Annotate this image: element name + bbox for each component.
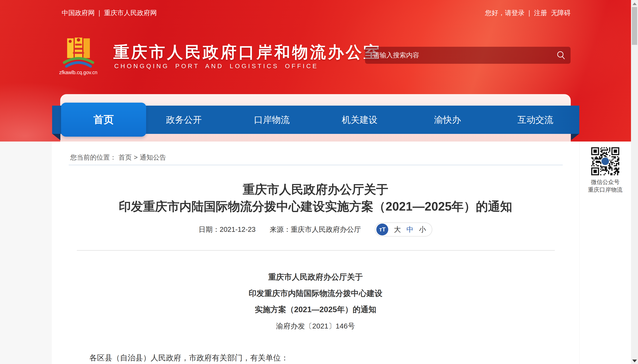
vertical-scrollbar[interactable] xyxy=(631,0,638,364)
breadcrumb-separator: > xyxy=(134,154,138,161)
font-size-controls: тT 大 中 小 xyxy=(375,222,432,236)
article-meta: 日期：2021-12-23 来源：重庆市人民政府办公厅 тT 大 中 小 xyxy=(52,222,579,236)
page-title-line2: 印发重庆市内陆国际物流分拨中心建设实施方案（2021—2025年）的通知 xyxy=(52,198,579,215)
source-value: 重庆市人民政府办公厅 xyxy=(291,226,361,233)
site-subtitle: CHONGQING PORT AND LOGISTICS OFFICE xyxy=(114,63,318,70)
ribbon-fold-left xyxy=(52,134,60,140)
page: 中国政府网 | 重庆市人民政府网 您好，请登录 | 注册 无障碍 zfkawlb… xyxy=(0,0,638,364)
nav-item-home-active[interactable]: 首页 xyxy=(61,103,146,137)
page-title-line1: 重庆市人民政府办公厅关于 xyxy=(52,181,579,198)
site-logo-icon xyxy=(60,32,97,70)
scrollbar-down-arrow-icon[interactable] xyxy=(632,360,637,362)
article-date: 日期：2021-12-23 xyxy=(199,225,256,234)
font-size-large-button[interactable]: 大 xyxy=(394,225,401,234)
topbar-divider: | xyxy=(99,9,100,17)
accessibility-link[interactable]: 无障碍 xyxy=(551,8,571,18)
document-heading-line2: 印发重庆市内陆国际物流分拨中心建设 xyxy=(52,286,579,302)
font-size-icon[interactable]: тT xyxy=(376,224,388,236)
topbar-divider: | xyxy=(528,9,530,17)
qr-caption: 微信公众号 重庆口岸物流 xyxy=(579,178,631,194)
source-label: 来源： xyxy=(270,226,291,233)
breadcrumb-label: 您当前的位置： xyxy=(70,153,116,162)
right-sidebar: 微信公众号 重庆口岸物流 xyxy=(579,142,631,364)
font-size-medium-button[interactable]: 中 xyxy=(406,225,413,234)
ribbon-fold-right xyxy=(571,134,579,140)
breadcrumb: 您当前的位置： 首页 > 通知公告 xyxy=(70,153,166,162)
register-link[interactable]: 注册 xyxy=(534,8,547,18)
scrollbar-thumb[interactable] xyxy=(632,7,637,45)
breadcrumb-divider xyxy=(69,165,563,165)
search-input[interactable] xyxy=(373,51,551,59)
document-paragraph: 各区县（自治县）人民政府，市政府有关部门，有关单位： xyxy=(89,353,549,363)
magnifier-icon xyxy=(556,50,566,60)
login-link[interactable]: 您好，请登录 xyxy=(485,8,525,18)
search-button[interactable] xyxy=(551,47,571,64)
nav-item-kouan[interactable]: 口岸物流 xyxy=(228,106,316,134)
breadcrumb-home-link[interactable]: 首页 xyxy=(118,153,132,162)
date-label: 日期： xyxy=(199,226,220,233)
topbar-right: 您好，请登录 | 注册 无障碍 xyxy=(485,8,571,18)
nav-item-yukuaiban[interactable]: 渝快办 xyxy=(403,106,491,134)
breadcrumb-current-link[interactable]: 通知公告 xyxy=(140,153,166,162)
article-source: 来源：重庆市人民政府办公厅 xyxy=(270,225,361,234)
header-banner: 中国政府网 | 重庆市人民政府网 您好，请登录 | 注册 无障碍 zfkawlb… xyxy=(0,0,631,142)
document-heading-line3: 实施方案（2021—2025年）的通知 xyxy=(52,302,579,318)
meta-divider xyxy=(77,250,555,251)
link-chongqing-gov[interactable]: 重庆市人民政府网 xyxy=(104,8,157,18)
qr-caption-line2: 重庆口岸物流 xyxy=(579,186,631,194)
date-value: 2021-12-23 xyxy=(220,226,256,233)
site-title: 重庆市人民政府口岸和物流办公室 xyxy=(113,42,381,63)
document-heading-line1: 重庆市人民政府办公厅关于 xyxy=(52,269,579,286)
topbar-left: 中国政府网 | 重庆市人民政府网 xyxy=(62,8,157,18)
page-title: 重庆市人民政府办公厅关于 印发重庆市内陆国际物流分拨中心建设实施方案（2021—… xyxy=(52,181,579,215)
link-china-gov[interactable]: 中国政府网 xyxy=(62,8,95,18)
document-number: 渝府办发〔2021〕146号 xyxy=(52,318,579,334)
document-heading: 重庆市人民政府办公厅关于 印发重庆市内陆国际物流分拨中心建设 实施方案（2021… xyxy=(52,269,579,334)
qr-caption-line1: 微信公众号 xyxy=(579,178,631,186)
font-size-small-button[interactable]: 小 xyxy=(419,225,426,234)
logo-caption: zfkawlb.cq.gov.cn xyxy=(57,70,100,76)
nav-item-hudong[interactable]: 互动交流 xyxy=(491,106,579,134)
nav-item-jiguan[interactable]: 机关建设 xyxy=(316,106,403,134)
main-content: 您当前的位置： 首页 > 通知公告 重庆市人民政府办公厅关于 印发重庆市内陆国际… xyxy=(52,142,579,364)
scrollbar-up-arrow-icon[interactable] xyxy=(632,2,637,5)
search-box xyxy=(365,47,571,64)
nav-item-zhengwu[interactable]: 政务公开 xyxy=(140,106,228,134)
wechat-qr-code xyxy=(591,147,619,175)
